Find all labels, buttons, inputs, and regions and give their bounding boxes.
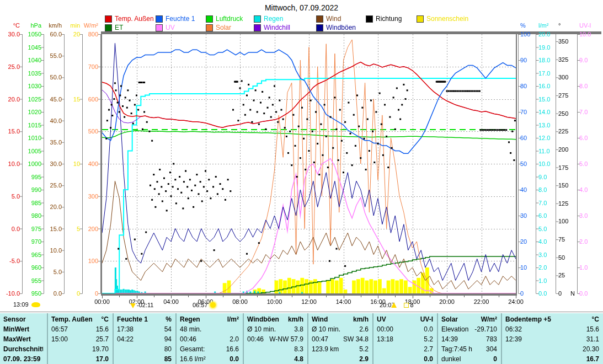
legend-swatch-icon	[206, 24, 213, 31]
table-row: 07.09. 23:59	[3, 354, 43, 364]
table-row: 80	[117, 344, 172, 354]
sensor-name: Bodentemp +5	[505, 314, 551, 324]
sensor-name: Windböen	[247, 314, 279, 324]
stats-table: SensorMinWertMaxWertDurchschnitt07.09. 2…	[0, 312, 603, 364]
table-row: Tag:7:45 h304	[441, 344, 497, 354]
table-row: 00:46W-NW 57.9	[247, 334, 303, 344]
cell-label: 00:46	[180, 334, 196, 344]
table-row: Ø 10 min.3.8	[247, 324, 303, 334]
arrow-up-icon	[391, 302, 397, 308]
legend-item-regen: Regen	[254, 15, 283, 23]
cell-label: 04:22	[117, 334, 134, 344]
sunset-marker: 20:078	[380, 302, 414, 308]
legend-swatch-icon	[254, 15, 261, 23]
table-col-uv: UVUV-I00:000.013:185.22.70.0	[372, 313, 437, 364]
cell-label: Tag:7:45 h	[441, 344, 472, 354]
table-row: Bodentemp +5°C	[505, 314, 599, 324]
cell-value: 85	[164, 354, 172, 364]
legend-item-temp-au-en: Temp. Außen	[105, 15, 154, 23]
cell-value: 3.8	[294, 324, 303, 334]
table-row: 13:185.2	[377, 334, 433, 344]
table-col-solar: SolarW/m²Elevation-29.71014:39783Tag:7:4…	[437, 313, 501, 364]
cell-value: 783	[486, 334, 497, 344]
table-row: 00:462.0	[180, 334, 239, 344]
cell-label: 00:46	[247, 334, 264, 344]
table-row: 06:5715.6	[51, 324, 109, 334]
cell-value: 2.0	[230, 334, 239, 344]
cell-value: 4.8	[294, 354, 303, 364]
sensor-unit: W/m²	[481, 314, 497, 324]
table-row: MaxWert	[3, 334, 43, 344]
legend-item-uv: UV	[156, 24, 175, 31]
row-label: Durchschnitt	[3, 344, 43, 354]
cell-label: 123.9 km	[312, 344, 339, 354]
table-col-bodentemp-5: Bodentemp +5°C06:3215.612:3931.120.3016.…	[501, 313, 603, 364]
table-col-temp-au-en: Temp. Außen°C06:5715.615:0025.719.7017.0	[47, 313, 113, 364]
table-row: 2.9	[312, 354, 369, 364]
sensor-unit: °C	[592, 314, 599, 324]
table-row: 16.7	[505, 354, 599, 364]
table-row: MinWert	[3, 324, 43, 334]
cell-value: 0.0	[230, 354, 239, 364]
legend-label: Temp. Außen	[115, 15, 154, 23]
table-col-feuchte-1: Feuchte 1%17:385404:22948085	[113, 313, 175, 364]
legend-label: Richtung	[376, 15, 402, 23]
cell-label: Gesamt:	[180, 344, 205, 354]
cell-label: Ø 10 min.	[247, 324, 276, 334]
row-label: MinWert	[3, 324, 29, 334]
sensor-name: UV	[377, 314, 386, 324]
table-col-regen: Regenl/m²48 min.00:462.0Gesamt:16.616.6 …	[175, 313, 243, 364]
sensor-unit: UV-I	[420, 314, 433, 324]
weather-app-window: Mittwoch, 07.09.2022 Temp. AußenFeuchte …	[0, 0, 603, 364]
cell-value: 0	[493, 354, 497, 364]
table-row: Gesamt:16.6	[180, 344, 239, 354]
cell-value: 2.6	[359, 324, 369, 334]
cell-label: dunkel	[441, 354, 461, 364]
table-row: Windkm/h	[312, 314, 369, 324]
table-row: Windböenkm/h	[247, 314, 303, 324]
legend-swatch-icon	[156, 15, 163, 23]
cell-value: 304	[486, 344, 497, 354]
cell-value: 25.7	[96, 334, 109, 344]
cell-value: SW 34.8	[343, 334, 369, 344]
legend-swatch-icon	[105, 24, 112, 31]
weather-chart-canvas	[0, 0, 603, 312]
cell-value: 31.1	[586, 334, 599, 344]
cell-value: 15.6	[96, 324, 109, 334]
cell-value: 5.2	[359, 344, 369, 354]
table-row: 04:2294	[117, 334, 172, 344]
cell-label: 13:18	[377, 334, 393, 344]
legend-label: Feuchte 1	[166, 15, 195, 23]
table-row: 4.8	[247, 354, 303, 364]
table-row: Feuchte 1%	[117, 314, 172, 324]
table-row: Elevation-29.710	[441, 324, 497, 334]
table-row: 00:000.0	[377, 324, 433, 334]
cell-label: 00:47	[312, 334, 328, 344]
legend-item-windb-en: Windböen	[316, 24, 356, 31]
table-row: 20.30	[505, 344, 599, 354]
cell-label: 48 min.	[180, 324, 201, 334]
table-row: 17:3854	[117, 324, 172, 334]
table-row: Regenl/m²	[180, 314, 239, 324]
cell-value: W-NW 57.9	[269, 334, 303, 344]
legend-label: Sonnenschein	[426, 15, 468, 23]
table-row: 19.70	[51, 344, 109, 354]
row-label: Sensor	[3, 314, 26, 324]
cell-label: 00:00	[377, 324, 393, 334]
table-row: Temp. Außen°C	[51, 314, 109, 324]
table-row: 0.0	[377, 354, 433, 364]
legend-swatch-icon	[316, 15, 323, 23]
legend-item-feuchte-1: Feuchte 1	[156, 15, 195, 23]
cell-label: 12:39	[505, 334, 522, 344]
legend-item-wind: Wind	[316, 15, 341, 23]
cell-label: 15:00	[51, 334, 68, 344]
table-row: Ø 10 min.2.6	[312, 324, 369, 334]
cell-label: 17:38	[117, 324, 134, 334]
cell-value: 20.30	[583, 344, 599, 354]
cell-value: 2.7	[424, 344, 433, 354]
sunrise-marker: 06:57	[193, 302, 216, 308]
table-row: 06:3215.6	[505, 324, 599, 334]
sensor-name: Regen	[180, 314, 200, 324]
legend-item-et: ET	[105, 24, 123, 31]
sensor-unit: °C	[102, 314, 109, 324]
